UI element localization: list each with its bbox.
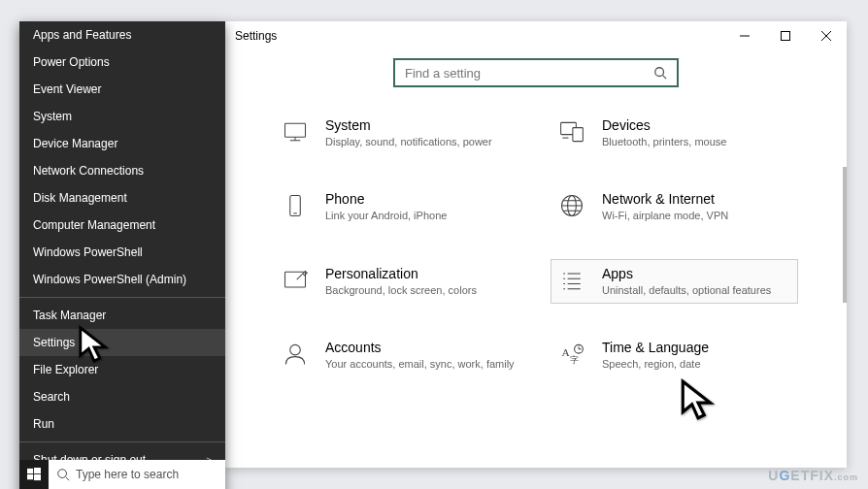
maximize-button[interactable] xyxy=(765,21,806,50)
tile-text: AppsUninstall, defaults, optional featur… xyxy=(602,266,791,297)
menu-item-windows-powershell[interactable]: Windows PowerShell xyxy=(19,239,225,266)
menu-item-network-connections[interactable]: Network Connections xyxy=(19,157,225,184)
menu-item-computer-management[interactable]: Computer Management xyxy=(19,212,225,239)
network-icon xyxy=(557,191,586,220)
close-button[interactable] xyxy=(806,21,847,50)
menu-item-event-viewer[interactable]: Event Viewer xyxy=(19,76,225,103)
svg-line-5 xyxy=(66,477,70,481)
tile-text: Network & InternetWi-Fi, airplane mode, … xyxy=(602,191,791,222)
tile-title: Accounts xyxy=(325,340,515,355)
tile-text: DevicesBluetooth, printers, mouse xyxy=(602,117,791,148)
tile-title: System xyxy=(325,117,515,133)
menu-item-label: Power Options xyxy=(33,55,110,69)
tile-desc: Wi-Fi, airplane mode, VPN xyxy=(602,209,791,222)
tile-text: AccountsYour accounts, email, sync, work… xyxy=(325,340,515,371)
tile-title: Phone xyxy=(325,191,515,207)
menu-item-task-manager[interactable]: Task Manager xyxy=(19,302,225,329)
menu-item-run[interactable]: Run xyxy=(19,410,225,438)
find-setting-input[interactable]: Find a setting xyxy=(393,58,679,87)
svg-rect-7 xyxy=(782,32,790,41)
svg-line-11 xyxy=(663,76,667,80)
tile-phone[interactable]: PhoneLink your Android, iPhone xyxy=(274,184,521,229)
tile-accounts[interactable]: AccountsYour accounts, email, sync, work… xyxy=(274,333,521,377)
tile-title: Network & Internet xyxy=(602,191,791,207)
settings-grid: SystemDisplay, sound, notifications, pow… xyxy=(225,111,847,377)
accounts-icon xyxy=(281,340,310,369)
tile-personalization[interactable]: PersonalizationBackground, lock screen, … xyxy=(274,259,521,304)
tile-text: PhoneLink your Android, iPhone xyxy=(325,191,515,222)
menu-item-label: Windows PowerShell (Admin) xyxy=(33,273,186,286)
svg-rect-0 xyxy=(27,469,33,473)
apps-icon xyxy=(557,266,586,295)
tile-text: SystemDisplay, sound, notifications, pow… xyxy=(325,117,515,148)
menu-separator xyxy=(19,441,225,442)
menu-item-label: Task Manager xyxy=(33,309,106,322)
tile-desc: Display, sound, notifications, power xyxy=(325,135,515,148)
time-icon xyxy=(557,340,586,369)
cursor-2 xyxy=(680,378,717,425)
menu-item-label: System xyxy=(33,110,72,123)
svg-rect-1 xyxy=(34,468,41,473)
tile-desc: Uninstall, defaults, optional features xyxy=(602,283,791,297)
taskbar-search[interactable]: Type here to search xyxy=(49,460,225,489)
menu-item-settings[interactable]: Settings xyxy=(19,329,225,356)
phone-icon xyxy=(281,191,310,220)
menu-item-file-explorer[interactable]: File Explorer xyxy=(19,356,225,383)
menu-item-device-manager[interactable]: Device Manager xyxy=(19,130,225,157)
tile-devices[interactable]: DevicesBluetooth, printers, mouse xyxy=(551,111,798,155)
window-controls xyxy=(724,21,847,50)
menu-item-label: Event Viewer xyxy=(33,82,101,96)
tile-title: Apps xyxy=(602,266,791,281)
tile-desc: Your accounts, email, sync, work, family xyxy=(325,357,515,371)
titlebar: Settings xyxy=(225,21,847,50)
taskbar-search-placeholder: Type here to search xyxy=(76,468,179,481)
menu-item-label: Windows PowerShell xyxy=(33,245,143,259)
windows-logo-icon xyxy=(27,468,41,481)
tile-desc: Background, lock screen, colors xyxy=(325,283,515,297)
menu-group-b: Task ManagerSettingsFile ExplorerSearchR… xyxy=(19,302,225,438)
settings-window: Settings Find a setting SystemDisplay, s… xyxy=(225,21,847,468)
tile-apps[interactable]: AppsUninstall, defaults, optional featur… xyxy=(551,259,798,304)
window-title: Settings xyxy=(235,29,277,43)
personalization-icon xyxy=(281,266,310,295)
cursor-1 xyxy=(78,325,111,368)
menu-item-search[interactable]: Search xyxy=(19,383,225,410)
menu-item-label: Disk Management xyxy=(33,191,127,205)
tile-title: Time & Language xyxy=(602,340,791,355)
menu-item-power-options[interactable]: Power Options xyxy=(19,49,225,76)
menu-item-label: Apps and Features xyxy=(33,28,131,42)
tile-text: PersonalizationBackground, lock screen, … xyxy=(325,266,515,297)
search-wrap: Find a setting xyxy=(225,50,847,111)
search-icon xyxy=(653,66,667,80)
svg-rect-2 xyxy=(27,474,33,479)
tile-network[interactable]: Network & InternetWi-Fi, airplane mode, … xyxy=(551,184,798,229)
winx-context-menu: Apps and FeaturesPower OptionsEvent View… xyxy=(19,21,225,489)
svg-point-10 xyxy=(655,68,664,77)
tile-time[interactable]: Time & LanguageSpeech, region, date xyxy=(551,333,798,377)
menu-item-disk-management[interactable]: Disk Management xyxy=(19,184,225,212)
menu-group-a: Apps and FeaturesPower OptionsEvent View… xyxy=(19,21,225,293)
tile-desc: Speech, region, date xyxy=(602,357,791,371)
system-icon xyxy=(281,117,310,147)
scrollbar[interactable] xyxy=(843,167,847,303)
menu-item-label: Run xyxy=(33,417,54,431)
tile-text: Time & LanguageSpeech, region, date xyxy=(602,340,791,371)
taskbar: Type here to search xyxy=(19,460,225,489)
menu-separator xyxy=(19,297,225,298)
menu-item-system[interactable]: System xyxy=(19,103,225,130)
svg-point-4 xyxy=(58,470,67,478)
menu-item-apps-and-features[interactable]: Apps and Features xyxy=(19,21,225,49)
menu-item-label: Device Manager xyxy=(33,137,117,150)
find-setting-placeholder: Find a setting xyxy=(405,66,481,81)
settings-body: Find a setting SystemDisplay, sound, not… xyxy=(225,50,847,468)
search-icon xyxy=(56,468,70,481)
minimize-button[interactable] xyxy=(724,21,765,50)
tile-system[interactable]: SystemDisplay, sound, notifications, pow… xyxy=(274,111,521,155)
start-button[interactable] xyxy=(19,460,49,489)
tile-title: Devices xyxy=(602,117,791,133)
menu-item-windows-powershell-admin-[interactable]: Windows PowerShell (Admin) xyxy=(19,266,225,293)
tile-title: Personalization xyxy=(325,266,515,281)
devices-icon xyxy=(557,117,586,147)
menu-item-label: Network Connections xyxy=(33,164,144,178)
menu-item-label: Search xyxy=(33,390,70,404)
